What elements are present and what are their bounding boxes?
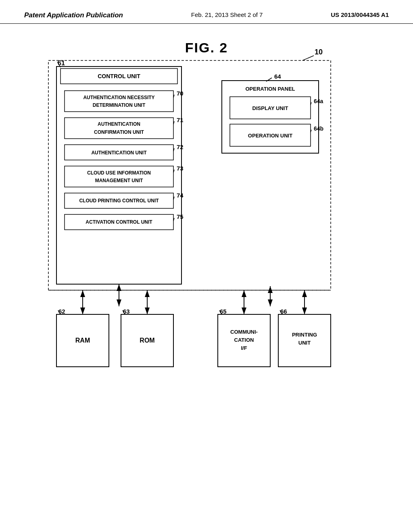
operation-panel-label: OPERATION PANEL [245,86,295,92]
auth-confirmation-line1: AUTHENTICATION [98,121,140,127]
header-date-sheet: Feb. 21, 2013 Sheet 2 of 7 [191,11,263,18]
ref-72-label: 72 [177,143,184,150]
svg-rect-11 [65,166,173,187]
ref-75-label: 75 [177,213,184,220]
cloud-use-info-line1: CLOUD USE INFORMATION [87,170,151,176]
auth-necessity-line1: AUTHENTICATION NECESSITY [83,95,154,100]
ref-73-label: 73 [177,165,184,172]
ram-label: RAM [75,337,90,344]
svg-marker-25 [117,284,121,291]
ref-61-label: 61 [58,60,65,66]
svg-marker-40 [80,290,85,297]
svg-marker-43 [145,290,150,297]
svg-marker-42 [145,308,150,314]
control-unit-label: CONTROL UNIT [98,73,140,79]
activation-control-label: ACTIVATION CONTROL UNIT [86,219,152,225]
ref-64-label: 64 [274,73,281,80]
svg-line-0 [302,56,314,60]
svg-marker-28 [268,286,273,293]
header-patent-number: US 2013/0044345 A1 [331,11,389,18]
diagram-svg: 10 61 CONTROL UNIT AUTHENTICATION NECESS… [24,32,387,435]
ref-64b-label: 64b [314,125,323,132]
svg-marker-45 [242,308,246,314]
svg-marker-29 [268,299,273,306]
comm-if-line2: CATION [234,337,254,343]
svg-marker-49 [302,290,307,297]
ref-71-label: 71 [177,116,184,123]
ref-62-label: 62 [58,308,65,315]
svg-marker-39 [80,308,85,314]
ref-74-label: 74 [177,192,184,199]
cloud-printing-label: CLOUD PRINTING CONTROL UNIT [79,198,159,204]
page-header: Patent Application Publication Feb. 21, … [0,0,413,24]
printing-unit-line2: UNIT [298,340,311,346]
comm-if-line3: I/F [241,345,247,351]
ref-70-label: 70 [177,90,184,97]
ref-63-label: 63 [123,308,130,315]
ref-66-label: 66 [280,308,287,315]
auth-unit-label: AUTHENTICATION UNIT [91,150,147,156]
printing-unit-line1: PRINTING [292,332,317,338]
svg-rect-7 [65,118,173,139]
cloud-use-info-line2: MANAGEMENT UNIT [95,178,143,183]
operation-unit-label: OPERATION UNIT [248,133,292,139]
svg-rect-5 [65,91,173,112]
comm-if-line1: COMMUNI- [230,329,258,335]
ref-64a-label: 64a [314,98,323,104]
svg-marker-48 [302,308,307,314]
ref-65-label: 65 [220,308,227,315]
display-unit-label: DISPLAY UNIT [252,105,288,111]
header-publication-label: Patent Application Publication [24,11,123,19]
auth-confirmation-line2: CONFIRMATION UNIT [94,129,144,135]
svg-marker-46 [242,290,246,297]
ref-10-label: 10 [315,48,323,56]
svg-marker-26 [117,299,121,306]
auth-necessity-line2: DETERMINATION UNIT [93,102,146,108]
rom-label: ROM [140,337,154,344]
